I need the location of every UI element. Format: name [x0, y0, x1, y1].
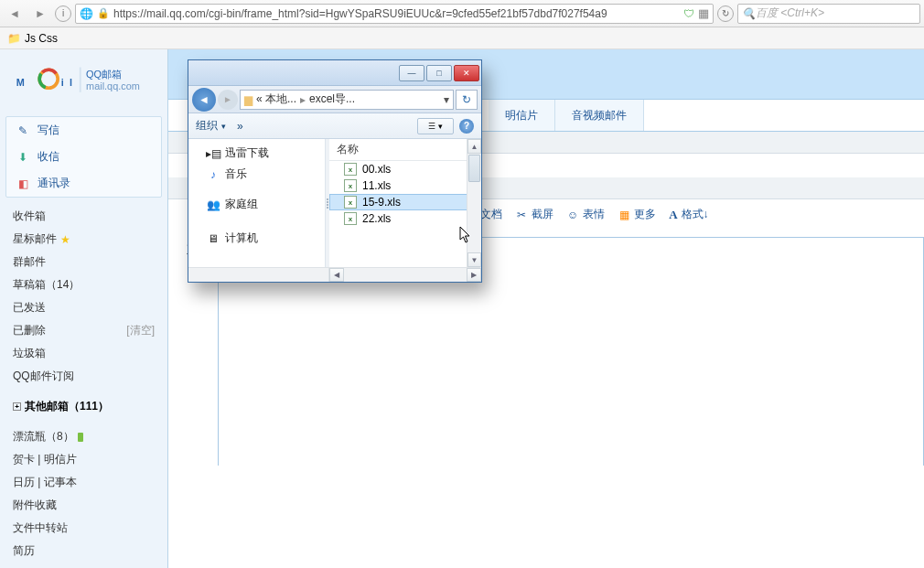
vertical-scrollbar[interactable]: ▲ ▼: [467, 139, 481, 267]
view-button[interactable]: ☰ ▾: [417, 118, 454, 134]
folder-drafts[interactable]: 草稿箱（14）: [13, 273, 155, 296]
tree-homegroup[interactable]: 👥家庭组: [188, 194, 325, 215]
browser-toolbar: ◄ ► i 🌐 🔒 https://mail.qq.com/cgi-bin/fr…: [0, 0, 924, 27]
maximize-button[interactable]: □: [426, 65, 452, 81]
folder-deleted[interactable]: 已删除[清空]: [13, 319, 155, 342]
file-name: 22.xls: [362, 212, 391, 225]
music-icon: ♪: [207, 168, 220, 181]
folder-trash[interactable]: 垃圾箱: [13, 342, 155, 365]
file-item[interactable]: x00.xls: [329, 161, 481, 177]
column-name[interactable]: 名称: [329, 139, 481, 161]
reload-button[interactable]: ↻: [717, 5, 734, 22]
expand-icon: +: [13, 402, 21, 411]
attach-fav[interactable]: 附件收藏: [13, 494, 155, 517]
format[interactable]: A格式↓: [669, 207, 708, 222]
other-mailboxes[interactable]: +其他邮箱（111）: [13, 393, 155, 420]
scroll-thumb[interactable]: [468, 155, 480, 182]
file-item[interactable]: x15-9.xls: [329, 194, 481, 210]
logo: M i l QQ邮箱 mail.qq.com: [0, 49, 167, 116]
dialog-titlebar[interactable]: — □ ✕: [188, 60, 481, 86]
tree-computer[interactable]: 🖥计算机: [188, 228, 325, 249]
folder-tree: ▸▤迅雷下载 ♪音乐 👥家庭组 🖥计算机: [188, 139, 326, 267]
chevron-down-icon[interactable]: ▾: [444, 93, 449, 106]
green-dot-icon: [78, 433, 83, 442]
scroll-left-icon[interactable]: ◀: [329, 268, 344, 282]
back-button[interactable]: ◄: [4, 4, 26, 24]
star-icon: ★: [60, 233, 70, 246]
pencil-icon: ✎: [16, 124, 30, 137]
svg-text:i: i: [61, 77, 64, 88]
more[interactable]: ▦更多: [618, 207, 656, 222]
tab-av-mail[interactable]: 音视频邮件: [555, 100, 644, 131]
calendar[interactable]: 日历 | 记事本: [13, 471, 155, 494]
close-button[interactable]: ✕: [454, 65, 479, 81]
scroll-right-icon[interactable]: ▶: [467, 268, 481, 282]
bookmark-item[interactable]: Js Css: [25, 32, 58, 45]
computer-icon: 🖥: [207, 232, 220, 245]
tree-music[interactable]: ♪音乐: [188, 164, 325, 185]
receive-action[interactable]: ⬇收信: [6, 144, 161, 170]
scroll-up-icon[interactable]: ▲: [467, 139, 481, 154]
more-toolbar[interactable]: »: [237, 120, 243, 133]
file-name: 15-9.xls: [362, 196, 401, 209]
file-item[interactable]: x11.xls: [329, 177, 481, 194]
search-placeholder: 百度 <Ctrl+K>: [756, 5, 824, 21]
folder-icon: ▸▤: [207, 147, 220, 160]
minimize-button[interactable]: —: [399, 65, 424, 81]
contacts-icon: ◧: [16, 177, 30, 190]
dialog-back-button[interactable]: ◄: [192, 88, 216, 112]
xls-icon: x: [344, 163, 357, 176]
tab-postcard[interactable]: 明信片: [489, 100, 555, 131]
sidebar: M i l QQ邮箱 mail.qq.com ✎写信 ⬇收信 ◧通讯录 收件箱 …: [0, 49, 168, 568]
dialog-breadcrumb[interactable]: ▆ « 本地... ▸ excel导... ▾: [240, 90, 454, 110]
folder-icon: 📁: [7, 32, 21, 45]
svg-text:l: l: [70, 77, 72, 88]
folder-group[interactable]: 群邮件: [13, 251, 155, 273]
folder-subscribe[interactable]: QQ邮件订阅: [13, 365, 155, 388]
file-transfer[interactable]: 文件中转站: [13, 517, 155, 540]
compose-action[interactable]: ✎写信: [6, 117, 161, 144]
info-button[interactable]: i: [55, 5, 71, 22]
file-item[interactable]: x22.xls: [329, 210, 481, 227]
forward-button[interactable]: ►: [29, 4, 51, 24]
svg-text:mail.qq.com: mail.qq.com: [86, 80, 140, 91]
dialog-refresh-button[interactable]: ↻: [456, 90, 478, 110]
dialog-nav: ◄ ► ▆ « 本地... ▸ excel导... ▾ ↻: [188, 86, 481, 113]
svg-rect-6: [80, 68, 81, 92]
clear-link[interactable]: [清空]: [126, 323, 155, 338]
bookmark-bar: 📁 Js Css: [0, 27, 924, 49]
folder-sent[interactable]: 已发送: [13, 296, 155, 319]
lock-icon: 🔒: [97, 7, 110, 19]
action-block: ✎写信 ⬇收信 ◧通讯录: [5, 116, 162, 198]
folder-starred[interactable]: 星标邮件★: [13, 228, 155, 251]
cards[interactable]: 贺卡 | 明信片: [13, 448, 155, 471]
smile-icon: ☺: [566, 209, 579, 221]
scissors-icon: ✂: [515, 209, 528, 221]
dialog-forward-button[interactable]: ►: [218, 90, 238, 110]
horizontal-scrollbar[interactable]: ◀ ▶: [188, 267, 481, 282]
resume[interactable]: 简历: [13, 540, 155, 563]
inbox-icon: ⬇: [16, 151, 30, 164]
qr-icon[interactable]: ▦: [698, 6, 709, 20]
svg-text:QQ邮箱: QQ邮箱: [86, 69, 122, 80]
scroll-down-icon[interactable]: ▼: [467, 252, 481, 267]
help-button[interactable]: ?: [459, 119, 474, 134]
organize-button[interactable]: 组织 ▾: [196, 118, 226, 134]
read-space[interactable]: 阅读空间（206）: [13, 563, 155, 568]
url-bar[interactable]: 🌐 🔒 https://mail.qq.com/cgi-bin/frame_ht…: [75, 4, 714, 24]
browser-search[interactable]: 🔍 百度 <Ctrl+K>: [737, 4, 920, 24]
search-icon: 🔍: [742, 7, 756, 20]
file-open-dialog: — □ ✕ ◄ ► ▆ « 本地... ▸ excel导... ▾ ↻ 组织 ▾…: [188, 59, 482, 283]
bottle[interactable]: 漂流瓶（8）: [13, 425, 155, 448]
file-list: 名称 x00.xlsx11.xlsx15-9.xlsx22.xls ▲ ▼: [329, 139, 481, 267]
tree-xunlei[interactable]: ▸▤迅雷下载: [188, 143, 325, 164]
xls-icon: x: [344, 212, 357, 225]
xls-icon: x: [344, 196, 357, 209]
folder-inbox[interactable]: 收件箱: [13, 205, 155, 228]
contacts-action[interactable]: ◧通讯录: [6, 170, 161, 197]
emoji[interactable]: ☺表情: [566, 207, 605, 222]
svg-text:M: M: [16, 77, 25, 88]
dialog-toolbar: 组织 ▾ » ☰ ▾ ?: [188, 113, 481, 139]
globe-icon: 🌐: [80, 7, 93, 20]
screenshot[interactable]: ✂截屏: [515, 207, 553, 222]
